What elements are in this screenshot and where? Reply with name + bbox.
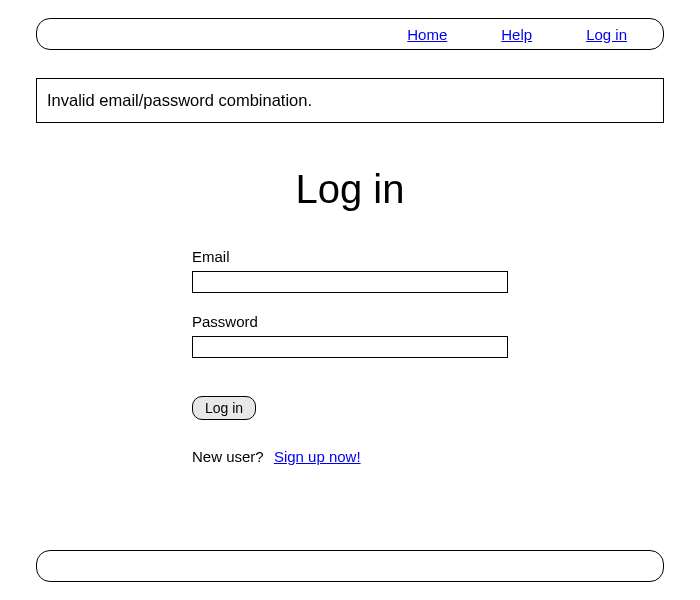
signup-prompt-row: New user? Sign up now! xyxy=(192,448,508,465)
signup-link[interactable]: Sign up now! xyxy=(274,448,361,465)
password-field[interactable] xyxy=(192,336,508,358)
signup-prompt-text: New user? xyxy=(192,448,264,465)
nav-login-link[interactable]: Log in xyxy=(586,26,627,43)
nav-home-link[interactable]: Home xyxy=(407,26,447,43)
email-label: Email xyxy=(192,248,508,265)
flash-error: Invalid email/password combination. xyxy=(36,78,664,123)
nav-bar: Home Help Log in xyxy=(36,18,664,50)
email-field[interactable] xyxy=(192,271,508,293)
login-button[interactable]: Log in xyxy=(192,396,256,420)
page-title: Log in xyxy=(36,167,664,212)
password-label: Password xyxy=(192,313,508,330)
nav-help-link[interactable]: Help xyxy=(501,26,532,43)
login-form: Email Password Log in New user? Sign up … xyxy=(192,248,508,465)
footer-bar xyxy=(36,550,664,582)
